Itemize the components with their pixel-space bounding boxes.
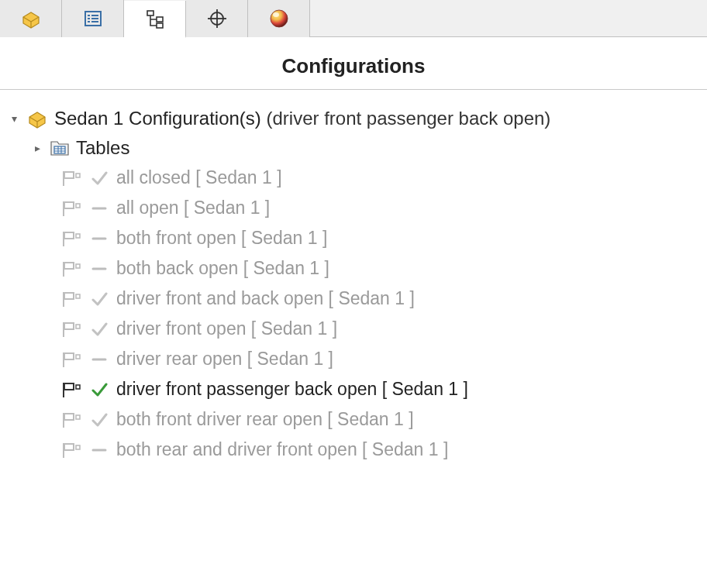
- tables-row[interactable]: ▸ Tables: [8, 133, 699, 163]
- config-item[interactable]: both rear and driver front open [ Sedan …: [60, 435, 699, 465]
- config-item[interactable]: both back open [ Sedan 1 ]: [60, 253, 699, 284]
- flag-icon: [60, 229, 82, 248]
- svg-rect-22: [76, 174, 80, 177]
- svg-rect-42: [64, 353, 74, 359]
- block-icon: [20, 8, 42, 29]
- config-label: driver front open [ Sedan 1 ]: [116, 318, 337, 339]
- flag-icon: [60, 380, 82, 399]
- tables-label: Tables: [76, 137, 129, 159]
- dash-icon: [90, 351, 109, 368]
- check-icon: [90, 321, 109, 338]
- svg-rect-24: [64, 202, 74, 208]
- svg-rect-50: [76, 415, 80, 419]
- config-item[interactable]: driver front passenger back open [ Sedan…: [60, 374, 699, 404]
- svg-rect-28: [64, 232, 74, 239]
- dash-icon: [90, 230, 109, 247]
- config-tree-icon: [144, 8, 166, 29]
- dash-icon: [90, 200, 109, 217]
- flag-icon: [60, 411, 82, 429]
- svg-rect-37: [76, 294, 80, 298]
- config-tree: ▾ Sedan 1 Configuration(s) (driver front…: [0, 90, 707, 480]
- flag-icon: [60, 320, 82, 339]
- config-item[interactable]: driver rear open [ Sedan 1 ]: [60, 344, 699, 374]
- check-icon: [90, 291, 109, 308]
- flag-icon: [60, 290, 82, 308]
- tab-configurations[interactable]: [124, 1, 186, 38]
- tree-root-row[interactable]: ▾ Sedan 1 Configuration(s) (driver front…: [8, 104, 699, 133]
- config-item[interactable]: driver front and back open [ Sedan 1 ]: [60, 284, 699, 314]
- config-item[interactable]: both front driver rear open [ Sedan 1 ]: [60, 404, 699, 435]
- tab-dimxpert[interactable]: [186, 0, 248, 37]
- sphere-icon: [268, 8, 290, 29]
- config-item[interactable]: all open [ Sedan 1 ]: [60, 193, 699, 223]
- svg-rect-43: [76, 355, 80, 359]
- svg-point-14: [273, 12, 279, 17]
- flag-icon: [60, 260, 82, 278]
- svg-rect-32: [64, 263, 74, 269]
- tab-bar: [0, 0, 707, 37]
- tab-properties[interactable]: [62, 0, 124, 37]
- svg-rect-25: [76, 204, 80, 208]
- config-label: driver rear open [ Sedan 1 ]: [116, 349, 333, 370]
- config-label: both front driver rear open [ Sedan 1 ]: [116, 409, 414, 430]
- flag-icon: [60, 199, 82, 218]
- svg-rect-7: [147, 11, 153, 15]
- flag-icon: [60, 350, 82, 369]
- svg-rect-47: [76, 385, 80, 389]
- svg-point-13: [271, 10, 288, 27]
- svg-rect-8: [157, 17, 163, 22]
- svg-rect-29: [76, 234, 80, 238]
- svg-rect-52: [64, 444, 74, 450]
- flag-icon: [60, 441, 82, 459]
- check-icon: [90, 170, 109, 187]
- configs-list: all closed [ Sedan 1 ] all open [ Sedan …: [8, 163, 699, 465]
- svg-rect-9: [157, 23, 163, 28]
- tab-appearances[interactable]: [248, 0, 310, 37]
- block-icon: [26, 108, 48, 129]
- svg-rect-46: [64, 383, 74, 390]
- flag-icon: [60, 169, 82, 187]
- expander-icon[interactable]: ▾: [8, 112, 20, 125]
- svg-rect-49: [64, 414, 74, 420]
- config-item[interactable]: driver front open [ Sedan 1 ]: [60, 314, 699, 344]
- target-icon: [206, 8, 228, 29]
- check-icon: [90, 411, 109, 428]
- root-name: Sedan 1 Configuration(s): [54, 108, 261, 129]
- config-label: both front open [ Sedan 1 ]: [116, 228, 327, 249]
- root-active-suffix: (driver front passenger back open): [261, 108, 551, 129]
- config-label: all open [ Sedan 1 ]: [116, 198, 270, 218]
- config-label: all closed [ Sedan 1 ]: [116, 167, 282, 188]
- panel-title: Configurations: [0, 37, 707, 90]
- svg-rect-36: [64, 293, 74, 299]
- svg-rect-39: [64, 323, 74, 329]
- config-label: both rear and driver front open [ Sedan …: [116, 439, 448, 460]
- config-item[interactable]: both front open [ Sedan 1 ]: [60, 223, 699, 253]
- check-icon: [90, 381, 109, 398]
- config-label: driver front and back open [ Sedan 1 ]: [116, 288, 415, 309]
- svg-rect-21: [64, 172, 74, 178]
- svg-rect-33: [76, 264, 80, 268]
- list-icon: [82, 8, 104, 29]
- dash-icon: [90, 260, 109, 277]
- dash-icon: [90, 442, 109, 459]
- tab-features[interactable]: [0, 0, 62, 37]
- config-item[interactable]: all closed [ Sedan 1 ]: [60, 163, 699, 193]
- svg-rect-15: [54, 146, 65, 153]
- expander-icon[interactable]: ▸: [31, 142, 43, 154]
- tables-folder-icon: [50, 138, 70, 158]
- svg-rect-53: [76, 445, 80, 449]
- svg-rect-40: [76, 325, 80, 328]
- config-label: both back open [ Sedan 1 ]: [116, 258, 329, 279]
- config-label: driver front passenger back open [ Sedan…: [116, 379, 468, 400]
